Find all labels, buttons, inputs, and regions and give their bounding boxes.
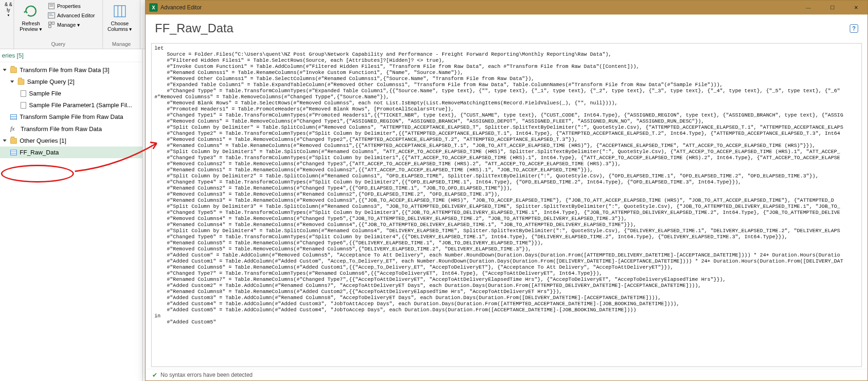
help-button[interactable]: ? <box>850 24 858 33</box>
query-item-3[interactable]: Sample File Parameter1 (Sample Fil... <box>0 99 142 111</box>
manage-button[interactable]: Manage ▾ <box>47 21 96 29</box>
query-item-label: Sample File <box>29 90 61 97</box>
close-button[interactable]: ✕ <box>846 1 867 14</box>
table-icon <box>10 114 17 120</box>
refresh-icon <box>23 4 38 19</box>
parameter-icon <box>21 102 26 109</box>
fx-icon: fx <box>10 125 18 132</box>
manage-group-label: Manage <box>106 40 137 48</box>
close-apply-group: & & ly ▾ <box>0 0 14 49</box>
advanced-editor-body: FF_Raw_Data ? let Source = Folder.Files(… <box>146 15 868 381</box>
code-editor[interactable]: let Source = Folder.Files("C:\Users\quen… <box>151 43 862 367</box>
check-icon: ✔ <box>152 371 158 379</box>
queries-header: eries [5] <box>0 49 142 62</box>
query-group: Refresh Preview ▾ Properties Advanced Ed… <box>14 0 103 49</box>
table-icon <box>10 150 17 155</box>
query-item-2[interactable]: Sample File <box>0 88 142 99</box>
refresh-preview-button[interactable]: Refresh Preview ▾ <box>17 1 45 33</box>
manage-icon <box>48 21 55 29</box>
manage-columns-group: Choose Columns ▾ Manage <box>103 0 140 49</box>
query-item-0[interactable]: Transform File from Raw Data [3] <box>0 64 142 76</box>
query-item-7[interactable]: FF_Raw_Data <box>0 147 142 158</box>
maximize-button[interactable]: ☐ <box>822 1 843 14</box>
query-item-4[interactable]: Transform Sample File from Raw Data <box>0 111 142 123</box>
advanced-editor-icon <box>48 12 55 19</box>
code-text[interactable]: let Source = Folder.Files("C:\Users\quen… <box>152 44 861 327</box>
document-icon <box>21 90 26 97</box>
minimize-button[interactable]: — <box>798 1 819 14</box>
query-item-label: Sample Query [2] <box>27 78 74 85</box>
properties-button[interactable]: Properties <box>47 2 96 10</box>
advanced-editor-button[interactable]: Advanced Editor <box>47 11 96 20</box>
query-group-label: Query <box>17 40 100 48</box>
advanced-editor-window: X Advanced Editor — ☐ ✕ FF_Raw_Data ? le… <box>145 0 868 381</box>
query-item-5[interactable]: fxTransform File from Raw Data <box>0 123 142 135</box>
query-name-heading: FF_Raw_Data <box>155 21 233 36</box>
query-item-label: Transform File from Raw Data <box>21 125 102 132</box>
query-item-label: FF_Raw_Data <box>20 149 59 156</box>
excel-icon: X <box>149 3 158 12</box>
close-apply-button[interactable]: & & ly ▾ <box>3 1 14 18</box>
folder-icon <box>10 67 17 73</box>
folder-icon <box>18 79 24 85</box>
query-item-label: Other Queries [1] <box>20 137 66 144</box>
caret-icon <box>3 139 7 142</box>
query-item-label: Sample File Parameter1 (Sample Fil... <box>29 102 132 109</box>
advanced-editor-titlebar[interactable]: X Advanced Editor — ☐ ✕ <box>146 0 868 15</box>
properties-icon <box>48 2 55 10</box>
svg-rect-6 <box>49 22 51 24</box>
query-item-6[interactable]: Other Queries [1] <box>0 135 142 147</box>
caret-icon <box>10 81 14 83</box>
choose-columns-icon <box>112 4 127 19</box>
caret-icon <box>3 69 7 71</box>
svg-rect-9 <box>114 6 125 17</box>
query-item-1[interactable]: Sample Query [2] <box>0 76 142 88</box>
svg-rect-7 <box>52 22 54 24</box>
svg-rect-8 <box>49 25 51 28</box>
window-title: Advanced Editor <box>160 4 202 11</box>
query-item-label: Transform Sample File from Raw Data <box>20 113 123 120</box>
choose-columns-button[interactable]: Choose Columns ▾ <box>106 1 134 33</box>
queries-panel: eries [5] Transform File from Raw Data [… <box>0 49 143 381</box>
queries-tree: Transform File from Raw Data [3]Sample Q… <box>0 62 142 160</box>
syntax-status: ✔ No syntax errors have been detected <box>146 369 868 381</box>
status-text: No syntax errors have been detected <box>160 372 253 378</box>
folder-icon <box>10 138 17 144</box>
query-item-label: Transform File from Raw Data [3] <box>20 66 109 73</box>
